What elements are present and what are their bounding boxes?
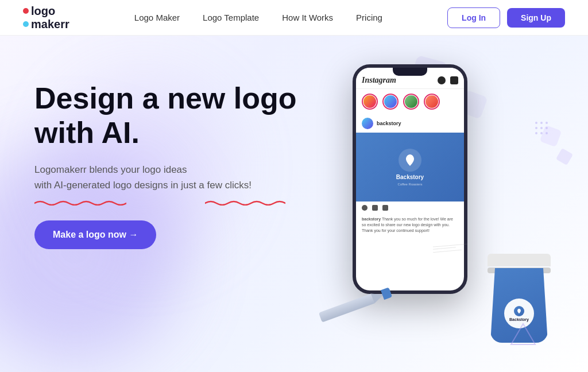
nav-logo-maker[interactable]: Logo Maker [134,13,180,22]
ig-post-username: backstory [377,121,401,126]
connection-lines [433,245,467,254]
nav-how-it-works[interactable]: How It Works [282,13,333,22]
ig-msg-icon [450,76,458,84]
cup-brand-name: Backstory [509,317,529,321]
hero-heading: Design a new logo with AI. [34,82,297,150]
ig-heart-icon [438,76,446,84]
ig-post-header: backstory [356,114,464,133]
cta-label: Make a logo now → [53,230,138,240]
logo[interactable]: logo makerr [23,5,69,31]
squiggle-red [205,199,285,206]
hero-heading-line2: with AI. [34,116,140,149]
nav-links: Logo Maker Logo Template How It Works Pr… [134,13,382,23]
ig-brand-sub: Coffee Roasters [397,183,422,186]
navbar: logo makerr Logo Maker Logo Template How… [0,0,588,36]
phone-screen: Instagram [356,68,464,290]
dots-decoration [535,122,548,137]
hero-subtext: Logomakerr blends your logo ideas with A… [34,162,297,193]
ig-brand-name: Backstory [396,174,424,180]
ig-post: backstory Backstory Coffee Roasters [356,114,464,238]
logo-text-top: logo [31,5,55,18]
squiggles [34,199,297,209]
ig-caption: backstory Thank you so much for the love… [356,214,464,238]
login-button[interactable]: Log In [447,7,500,28]
nav-logo-template[interactable]: Logo Template [203,13,259,22]
hero-subtext-line2: with AI-generated logo designs in just a… [34,180,252,191]
nav-pricing[interactable]: Pricing [356,13,382,22]
ig-story-2 [382,94,399,110]
pen-body [319,294,374,323]
cup-icon-svg [516,308,522,314]
nav-actions: Log In Sign Up [447,7,565,28]
ig-post-image: Backstory Coffee Roasters [356,133,464,202]
cup-brand-icon [514,306,524,316]
hero-visual: Instagram [307,47,571,369]
triangle-decoration [510,323,536,346]
ig-post-actions [356,202,464,214]
cta-button[interactable]: Make a logo now → [34,220,156,249]
ig-comment-icon [372,205,378,211]
ig-story-1 [362,94,378,110]
ig-logo: Instagram [362,76,396,85]
hero-subtext-line1: Logomakerr blends your logo ideas [34,164,187,175]
hero-heading-line1: Design a new logo [34,82,297,115]
ig-brand-logo [399,149,421,172]
ig-header-icons [438,76,458,84]
logo-text-bottom: makerr [31,18,69,31]
svg-marker-0 [511,324,535,344]
phone-notch [393,68,427,76]
ig-post-avatar [362,118,373,129]
ig-like-icon [362,205,368,211]
signup-button[interactable]: Sign Up [507,8,565,28]
hero-section: Design a new logo with AI. Logomakerr bl… [0,36,588,372]
ig-share-icon [382,205,388,211]
phone-mockup: Instagram [353,64,467,294]
ig-story-4 [424,94,440,110]
hero-content: Design a new logo with AI. Logomakerr bl… [34,82,297,249]
squiggle-pink [34,199,126,206]
ig-stories [356,89,464,114]
phone-device: Instagram [353,64,467,294]
brand-icon [403,153,417,167]
ig-story-3 [403,94,419,110]
